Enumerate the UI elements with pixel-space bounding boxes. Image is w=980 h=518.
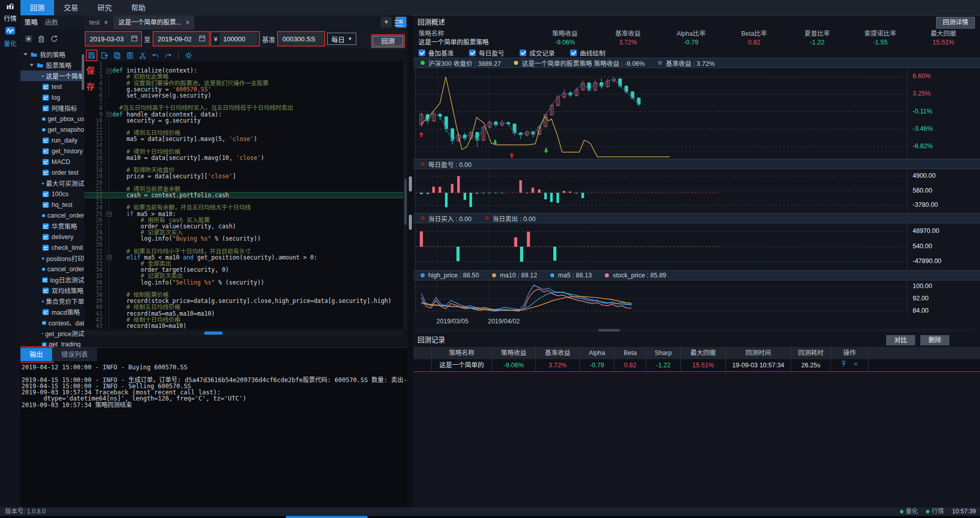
menu-tab-回测[interactable]: 回测: [20, 0, 54, 15]
tree-item-strategy[interactable]: get_price测试: [20, 328, 84, 339]
charts-hscrollbar[interactable]: [415, 328, 975, 332]
code-line[interactable]: 16 ma10 = data[security].mavg(10, 'close…: [84, 155, 403, 161]
chart-candlestick[interactable]: 6.60%3.25%-0.11%-3.46%-6.82%: [413, 68, 980, 159]
chart-bar2[interactable]: 48970.00540.00-47890.00: [413, 223, 980, 270]
code-line[interactable]: 41 record(ma5=ma5,ma10=ma10): [84, 311, 403, 317]
tree-item-strategy[interactable]: get_snapsho: [20, 124, 84, 135]
header-checkbox[interactable]: [413, 347, 432, 359]
trash-strategy-button[interactable]: [37, 35, 45, 44]
code-line[interactable]: 8 #当五日均线高于十日均线时买入，当五日均线低于十日均线时卖出: [84, 105, 403, 111]
legend-item[interactable]: 沪深300 收盘价 : 3889.27: [421, 58, 501, 68]
legend-item[interactable]: 当日买入 : 0.00: [421, 214, 472, 223]
legend-item[interactable]: high_price : 88.50: [421, 272, 479, 279]
code-line[interactable]: 29 log.info("Buying %s" % (security)): [84, 236, 403, 242]
row-checkbox[interactable]: [413, 359, 432, 371]
start-date-input[interactable]: [89, 35, 129, 43]
tree-item-strategy[interactable]: cancel_order: [20, 210, 84, 221]
code-line[interactable]: 15 # 得到十日均线价格: [84, 149, 403, 155]
chart-option-成交记录[interactable]: 成交记录: [520, 48, 555, 58]
expand-arrow-icon[interactable]: [23, 53, 28, 56]
chart-line[interactable]: 100.0092.0084.00: [413, 280, 980, 317]
editor-tab[interactable]: 这是一个简单的股票...×: [113, 15, 194, 30]
code-line[interactable]: 36 log.info("Selling %s" % (security)): [84, 279, 403, 286]
tree-folder-stock[interactable]: 股票策略: [20, 60, 84, 70]
output-tab-errors[interactable]: 错误列表: [52, 348, 97, 361]
tree-item-strategy[interactable]: positions打印: [20, 253, 84, 264]
close-tab-icon[interactable]: ×: [186, 19, 189, 26]
legend-item[interactable]: 每日盈亏 : 0.00: [421, 159, 472, 169]
pin-top-button[interactable]: [840, 359, 847, 371]
paste-button[interactable]: [126, 51, 134, 60]
code-line[interactable]: 40 # 绘制五日均线价格: [84, 304, 403, 310]
code-line[interactable]: 24 # 如果当前有余额，并且五日均线大于十日均线: [84, 204, 403, 210]
tree-item-strategy[interactable]: hq_test: [20, 199, 84, 210]
legend-item[interactable]: ma10 : 89.12: [492, 272, 537, 279]
checkbox-checked-icon[interactable]: [520, 50, 526, 56]
end-date-field[interactable]: [154, 33, 208, 45]
tree-item-strategy[interactable]: 集合竞价下单: [20, 296, 84, 307]
tree-item-strategy[interactable]: 100cs: [20, 189, 84, 199]
export-button[interactable]: [100, 51, 109, 60]
code-line[interactable]: 3 # 初始化此策略: [84, 74, 403, 80]
editor-hscrollbar[interactable]: [84, 331, 403, 335]
legend-item[interactable]: 当日卖出 : 0.00: [485, 214, 536, 223]
menu-tab-帮助[interactable]: 帮助: [121, 0, 155, 15]
tree-item-strategy[interactable]: macd策略: [20, 307, 84, 317]
capital-input[interactable]: [222, 35, 255, 43]
code-line[interactable]: 6 set_universe(g.security): [84, 92, 403, 99]
code-line[interactable]: 13 ma5 = data[security].mavg(5, 'close'): [84, 136, 403, 142]
tree-folder-root[interactable]: 我的策略: [20, 49, 84, 60]
tree-item-strategy[interactable]: log: [20, 92, 84, 103]
menu-tab-交易[interactable]: 交易: [54, 0, 88, 15]
tree-item-strategy[interactable]: 阿隆指标: [20, 103, 84, 113]
menu-tab-研究[interactable]: 研究: [88, 0, 121, 15]
tree-item-strategy[interactable]: 最大可买测试: [20, 178, 84, 189]
fold-marker-icon[interactable]: −: [107, 112, 112, 117]
fold-marker-icon[interactable]: −: [107, 255, 112, 260]
tree-item-strategy[interactable]: run_daily: [20, 135, 84, 146]
backtest-detail-button[interactable]: 回测详情: [936, 17, 975, 29]
tree-item-strategy[interactable]: check_limit: [20, 242, 84, 253]
calendar-icon[interactable]: [199, 35, 206, 43]
add-tab-button[interactable]: +: [381, 17, 391, 28]
fold-gutter[interactable]: −: [106, 111, 112, 117]
tree-item-strategy[interactable]: get_history: [20, 146, 84, 156]
code-line[interactable]: 20: [84, 180, 403, 186]
tree-item-strategy[interactable]: log日志测试: [20, 274, 84, 285]
rail-item-quant[interactable]: 量化: [0, 23, 20, 48]
code-line[interactable]: 10 security = g.security: [84, 117, 403, 124]
fold-marker-icon[interactable]: −: [107, 211, 112, 217]
code-line[interactable]: 22 cash = context.portfolio.cash: [84, 192, 403, 198]
frequency-select[interactable]: 每日 ▼: [327, 33, 356, 45]
tree-item-strategy[interactable]: get_pbox_us: [20, 113, 84, 124]
menu-icon[interactable]: [395, 18, 403, 28]
output-tab-console[interactable]: 输出: [20, 348, 52, 361]
code-line[interactable]: 19 price = data[security]['close']: [84, 173, 403, 179]
fold-marker-icon[interactable]: −: [107, 68, 112, 74]
calendar-icon[interactable]: [131, 35, 138, 43]
start-date-field[interactable]: [86, 33, 140, 45]
compare-button[interactable]: 对比: [886, 335, 915, 345]
delete-record-button[interactable]: [852, 359, 859, 371]
legend-item[interactable]: 这是一个简单的股票策略 策略收益 : -9.06%: [514, 58, 645, 68]
bottom-scroll-thumb[interactable]: [286, 516, 368, 518]
tree-item-strategy[interactable]: delivery: [20, 231, 84, 242]
legend-item[interactable]: 基准收益 : 3.72%: [658, 58, 715, 68]
checkbox-checked-icon[interactable]: [419, 50, 425, 56]
chart-option-每日盈亏[interactable]: 每日盈亏: [469, 48, 504, 58]
code-line[interactable]: 31 # 如果五日均线小于十日均线，并且目前有头寸: [84, 248, 403, 254]
run-backtest-button[interactable]: 回测: [373, 36, 403, 46]
undo-button[interactable]: [151, 51, 160, 60]
chart-option-曲线绘制[interactable]: 曲线绘制: [570, 48, 605, 58]
code-line[interactable]: 30: [84, 242, 403, 248]
settings-button[interactable]: [184, 51, 193, 60]
tree-item-strategy[interactable]: get_trading_: [20, 339, 84, 347]
sidebar-tab-策略[interactable]: 策略: [24, 15, 38, 30]
end-date-input[interactable]: [157, 35, 197, 43]
legend-item[interactable]: ma5 : 88.13: [550, 272, 592, 279]
expand-arrow-icon[interactable]: [30, 64, 34, 66]
code-line[interactable]: 25− if ma5 > ma10:: [84, 211, 403, 217]
tree-item-strategy[interactable]: 这是一个简单: [20, 70, 84, 81]
cut-button[interactable]: [138, 51, 147, 60]
redo-button[interactable]: [164, 51, 173, 60]
